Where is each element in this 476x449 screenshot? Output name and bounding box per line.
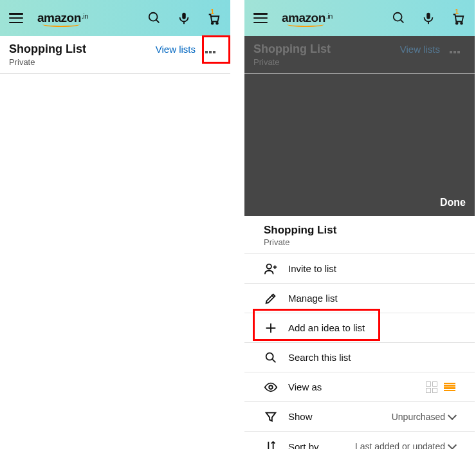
sheet-subtitle: Private <box>264 237 455 247</box>
ellipsis-icon <box>205 51 215 53</box>
chevron-down-icon <box>448 441 457 449</box>
svg-line-7 <box>401 20 404 23</box>
svg-point-11 <box>461 23 462 24</box>
svg-point-4 <box>212 23 214 24</box>
page-subtitle: Private <box>253 57 400 67</box>
brand-suffix: .in <box>82 12 88 20</box>
cart-count: 1 <box>455 8 459 15</box>
row-label: Manage list <box>288 293 455 304</box>
grid-view-icon[interactable] <box>426 381 437 393</box>
pencil-icon <box>264 291 278 306</box>
cart-icon[interactable]: 1 <box>206 10 221 26</box>
manage-list-row[interactable]: Manage list <box>244 284 475 313</box>
ellipsis-icon <box>450 51 460 53</box>
list-view-icon[interactable] <box>444 383 455 392</box>
screen-right: amazon .in 1 Shopping List Private View … <box>244 0 475 449</box>
row-label: Sort by <box>288 441 345 450</box>
filter-icon <box>264 410 278 424</box>
menu-icon[interactable] <box>9 13 23 23</box>
row-label: Search this list <box>288 352 455 363</box>
svg-point-10 <box>456 23 458 24</box>
svg-point-12 <box>267 264 271 268</box>
mic-icon[interactable] <box>421 10 436 26</box>
show-row[interactable]: Show Unpurchased <box>244 402 475 432</box>
done-button[interactable]: Done <box>440 197 466 208</box>
sort-value: Last added or updated <box>355 441 455 449</box>
more-options-button[interactable] <box>199 42 221 62</box>
search-list-row[interactable]: Search this list <box>244 343 475 372</box>
view-lists-link: View lists <box>400 44 440 55</box>
topbar: amazon .in 1 <box>0 0 230 36</box>
action-sheet: Shopping List Private Invite to list Man… <box>244 216 475 449</box>
invite-to-list-row[interactable]: Invite to list <box>244 254 475 284</box>
brand-logo[interactable]: amazon .in <box>282 11 333 25</box>
sheet-header: Shopping List Private <box>244 216 475 254</box>
list-header-dimmed: Shopping List Private View lists <box>244 36 475 74</box>
brand-suffix: .in <box>326 12 333 20</box>
svg-point-5 <box>216 23 218 24</box>
row-label: Add an idea to list <box>288 322 455 333</box>
menu-icon[interactable] <box>253 13 268 23</box>
cart-icon[interactable]: 1 <box>450 10 466 26</box>
sort-icon <box>264 439 278 449</box>
eye-icon <box>264 380 278 394</box>
chevron-down-icon <box>448 410 457 419</box>
row-label: Invite to list <box>288 263 455 274</box>
brand-logo[interactable]: amazon .in <box>37 11 88 25</box>
svg-point-20 <box>269 385 273 389</box>
svg-point-0 <box>149 13 158 21</box>
search-icon[interactable] <box>147 10 162 26</box>
page-title: Shopping List <box>9 42 156 56</box>
list-header: Shopping List Private View lists <box>0 36 230 74</box>
svg-point-6 <box>394 13 402 21</box>
more-options-button <box>444 42 466 62</box>
sheet-title: Shopping List <box>264 224 455 237</box>
row-label: View as <box>288 381 416 392</box>
svg-rect-2 <box>182 13 186 19</box>
topbar: amazon .in 1 <box>244 0 475 36</box>
svg-line-19 <box>272 359 275 362</box>
page-subtitle: Private <box>9 57 156 67</box>
sort-row[interactable]: Sort by Last added or updated <box>244 432 475 449</box>
view-mode-toggle[interactable] <box>426 381 455 393</box>
plus-icon <box>264 321 278 335</box>
page-title: Shopping List <box>253 42 400 56</box>
view-lists-link[interactable]: View lists <box>156 44 196 55</box>
svg-point-18 <box>266 353 273 360</box>
view-as-row[interactable]: View as <box>244 372 475 402</box>
svg-rect-8 <box>426 13 430 19</box>
mic-icon[interactable] <box>176 10 192 26</box>
brand-name: amazon <box>37 11 81 25</box>
screen-left: amazon .in 1 Shopping List Private View … <box>0 0 230 449</box>
search-icon <box>264 351 278 365</box>
add-idea-row[interactable]: Add an idea to list <box>244 313 475 343</box>
search-icon[interactable] <box>391 10 407 26</box>
row-label: Show <box>288 411 381 422</box>
svg-line-1 <box>156 20 160 23</box>
invite-icon <box>264 262 278 276</box>
brand-name: amazon <box>282 11 325 25</box>
cart-count: 1 <box>210 8 214 15</box>
show-value: Unpurchased <box>392 412 455 422</box>
